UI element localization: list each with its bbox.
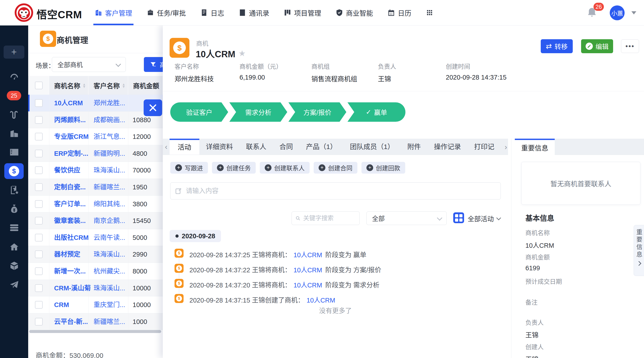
row-checkbox[interactable] xyxy=(35,217,42,224)
business-name-link[interactable]: ERP定制-... xyxy=(54,145,92,162)
create-contact-button[interactable]: +创建联系人 xyxy=(260,162,310,174)
business-name-link[interactable]: 新增一次... xyxy=(54,263,92,280)
tab-activity[interactable]: 活动 xyxy=(170,139,199,155)
menu-item-bi[interactable]: 商业智能 xyxy=(336,0,373,25)
business-name-link[interactable]: CRM xyxy=(54,296,92,313)
sidebar-todo-badge[interactable]: 25 xyxy=(7,91,21,100)
stage-step-won[interactable]: ✓ 赢单 xyxy=(348,102,406,122)
table-row[interactable]: 徽章套装... 南京企鹅... 15450 xyxy=(28,212,163,229)
tabs-scroll-right-icon[interactable]: › xyxy=(505,139,507,155)
sort-icon[interactable]: ▲▼ xyxy=(82,83,86,88)
table-row[interactable]: CRM 重庆堂门... 10000 xyxy=(28,296,163,313)
create-payment-button[interactable]: +创建回款 xyxy=(362,162,405,174)
business-link[interactable]: 10人CRM xyxy=(293,282,322,289)
business-link[interactable]: 10人CRM xyxy=(306,297,335,304)
sidebar-item-pipeline[interactable] xyxy=(0,110,28,120)
customer-name-link[interactable]: 绵阳其纯... xyxy=(94,196,132,212)
close-detail-button[interactable] xyxy=(144,100,162,116)
row-checkbox[interactable] xyxy=(35,150,42,157)
column-header-customer[interactable]: 客户名称 ▲▼ xyxy=(94,76,125,95)
row-checkbox[interactable] xyxy=(35,116,42,124)
customer-name-link[interactable]: 云南午读... xyxy=(94,229,132,246)
table-row[interactable]: 丙烯颜料... 成都碗画... 10880 xyxy=(28,112,163,128)
activity-filter-dropdown[interactable]: 全部活动 xyxy=(468,214,500,223)
tab-team[interactable]: 团队成员（1） xyxy=(344,139,401,155)
business-name-link[interactable]: 器材预定 xyxy=(54,246,92,263)
activity-grid-icon[interactable] xyxy=(453,212,464,223)
sort-icon[interactable]: ▲▼ xyxy=(122,83,125,88)
tab-operation-log[interactable]: 操作记录 xyxy=(427,139,468,155)
table-row[interactable]: 云平台-新... 新疆喀兰... 1000 xyxy=(28,313,163,330)
tabs-scroll-left-icon[interactable]: ‹ xyxy=(163,139,170,155)
row-checkbox[interactable] xyxy=(35,183,42,191)
tab-attachments[interactable]: 附件 xyxy=(401,139,427,155)
business-name-link[interactable]: 徽章套装... xyxy=(54,212,92,229)
sidebar-item-contract[interactable] xyxy=(0,185,28,195)
row-checkbox[interactable] xyxy=(35,133,42,140)
row-checkbox[interactable] xyxy=(35,284,42,292)
row-checkbox[interactable] xyxy=(35,200,42,208)
customer-name-link[interactable]: 珠海溪山... xyxy=(94,280,132,297)
edit-button[interactable]: 编辑 xyxy=(581,39,613,53)
user-avatar[interactable]: 小蕙 xyxy=(610,6,624,20)
table-row[interactable]: 器材预定 珠海溪山... 2990 xyxy=(28,246,163,263)
transfer-button[interactable]: ⇄ 转移 xyxy=(541,39,573,53)
business-name-link[interactable]: 丙烯颜料... xyxy=(54,112,92,128)
business-name-link[interactable]: 云平台-新... xyxy=(54,313,92,330)
row-checkbox[interactable] xyxy=(35,234,42,242)
table-row[interactable]: 餐饮供应 珠海溪山... 70000 xyxy=(28,162,163,179)
stage-step[interactable]: 方案/报价 xyxy=(288,102,346,122)
sidebar-item-dashboard[interactable] xyxy=(0,72,28,82)
row-checkbox[interactable] xyxy=(35,318,42,326)
business-name-link[interactable]: 定制白瓷... xyxy=(54,179,92,196)
star-icon[interactable]: ★ xyxy=(238,49,246,58)
table-row[interactable]: 10人CRM 郑州龙胜... xyxy=(28,95,163,112)
advanced-filter-button[interactable]: 高 xyxy=(144,57,163,72)
quick-add-button[interactable]: + xyxy=(4,46,24,58)
row-checkbox[interactable] xyxy=(35,99,42,107)
keyword-search-input[interactable] xyxy=(302,214,356,222)
sidebar-item-customers[interactable] xyxy=(0,129,28,139)
menu-item-calendar[interactable]: 日历 xyxy=(388,0,411,25)
business-name-link[interactable]: 10人CRM xyxy=(54,95,92,112)
followup-input[interactable] xyxy=(170,182,501,200)
stage-step[interactable]: 验证客户 xyxy=(170,102,228,122)
customer-name-link[interactable]: 浙江气息... xyxy=(94,128,132,145)
customer-name-link[interactable]: 郑州龙胜... xyxy=(94,95,132,112)
sidebar-item-business-active[interactable]: $ xyxy=(4,163,24,179)
customer-name-link[interactable]: 新疆喀兰... xyxy=(94,313,132,330)
menu-item-projects[interactable]: 项目管理 xyxy=(284,0,321,25)
table-row[interactable]: 新增一次... 杭州藏尖... 8000 xyxy=(28,263,163,280)
menu-item-customers[interactable]: 客户管理 xyxy=(95,0,132,25)
write-followup-button[interactable]: +写跟进 xyxy=(170,162,208,174)
type-filter-select[interactable]: 全部 xyxy=(366,212,447,225)
row-checkbox[interactable] xyxy=(35,166,42,174)
menu-item-journal[interactable]: 日志 xyxy=(200,0,224,25)
business-name-link[interactable]: 专业版CRM xyxy=(54,128,92,145)
sidebar-item-payment[interactable] xyxy=(0,204,28,214)
column-header-name[interactable]: 商机名称 ▲▼ xyxy=(54,76,86,95)
row-checkbox[interactable] xyxy=(35,301,42,309)
column-header-amount[interactable]: 商机金额 xyxy=(133,76,159,95)
business-name-link[interactable]: 餐饮供应 xyxy=(54,162,92,179)
user-menu-caret-icon[interactable] xyxy=(631,11,636,14)
table-row[interactable]: 定制白瓷... 新疆喀兰... 1950 xyxy=(28,179,163,196)
table-row[interactable]: CRM-溪山菊 珠海溪山... 10000 xyxy=(28,280,163,297)
business-name-link[interactable]: 客户订单... xyxy=(54,196,92,212)
business-name-link[interactable]: 出版社CRM xyxy=(54,229,92,246)
customer-name-link[interactable]: 南京企鹅... xyxy=(94,212,132,229)
row-checkbox[interactable] xyxy=(35,250,42,258)
tab-print[interactable]: 打印记 xyxy=(468,139,501,155)
horizontal-scrollbar[interactable] xyxy=(29,330,161,333)
sidebar-item-home[interactable] xyxy=(0,242,28,252)
table-row[interactable]: ERP定制-... 新疆购明... 4800 xyxy=(28,145,163,162)
keyword-search[interactable] xyxy=(292,212,360,225)
customer-name-link[interactable]: 新疆购明... xyxy=(94,145,132,162)
menu-item-contacts[interactable]: 通讯录 xyxy=(238,0,269,25)
table-row[interactable]: 专业版CRM 浙江气息... 12000 xyxy=(28,128,163,145)
customer-name-link[interactable]: 成都碗画... xyxy=(94,112,132,128)
sidebar-item-products[interactable] xyxy=(0,223,28,233)
important-info-collapse-tab[interactable]: 重要信息 xyxy=(634,225,644,276)
business-name-link[interactable]: CRM-溪山菊 xyxy=(54,280,92,297)
business-link[interactable]: 10人CRM xyxy=(293,251,322,258)
